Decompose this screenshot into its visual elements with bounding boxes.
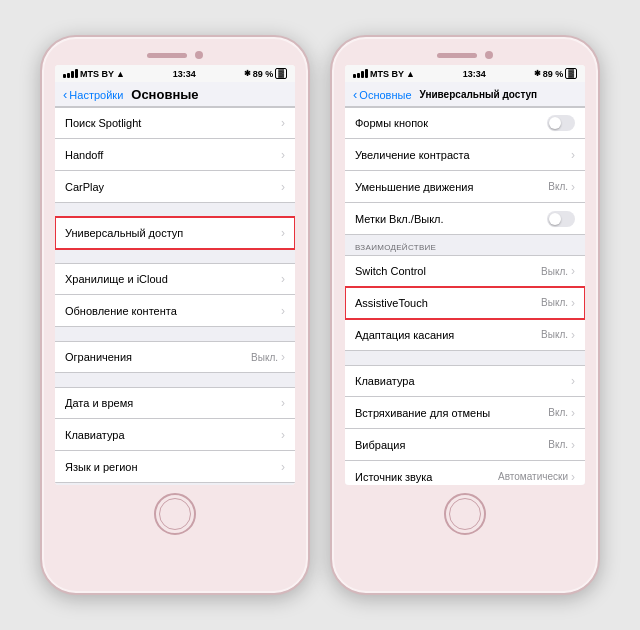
item-label-motion: Уменьшение движения — [355, 181, 473, 193]
item-right-button-shapes — [547, 115, 575, 131]
chevron-icon-switch-control: › — [571, 264, 575, 278]
carrier-label-2: MTS BY — [370, 69, 404, 79]
switch-control-value: Выкл. — [541, 266, 568, 277]
item-label-vibration: Вибрация — [355, 439, 405, 451]
chevron-icon-sound-source: › — [571, 470, 575, 484]
settings-item-limits[interactable]: Ограничения Выкл. › — [55, 341, 295, 373]
limits-value: Выкл. — [251, 352, 278, 363]
settings-item-labels[interactable]: Метки Вкл./Выкл. — [345, 203, 585, 235]
settings-group-1: Поиск Spotlight › Handoff › CarPlay — [55, 107, 295, 203]
nav-title-1: Основные — [131, 87, 198, 102]
wifi-icon-2: ▲ — [406, 69, 415, 79]
item-right-storage: › — [281, 272, 285, 286]
separator-2-1 — [345, 351, 585, 365]
settings-item-keyboard[interactable]: Клавиатура › — [55, 419, 295, 451]
toggle-knob-labels — [549, 213, 561, 225]
item-label-universal: Универсальный доступ — [65, 227, 183, 239]
settings-item-motion[interactable]: Уменьшение движения Вкл. › — [345, 171, 585, 203]
battery-icon-1: ▓ — [275, 68, 287, 79]
bluetooth-icon-2: ✱ — [534, 69, 541, 78]
item-label-handoff: Handoff — [65, 149, 103, 161]
back-button-1[interactable]: ‹ Настройки — [63, 87, 123, 102]
settings-group-5: Дата и время › Клавиатура › Язык и регио… — [55, 387, 295, 483]
settings-item-assistive-touch[interactable]: AssistiveTouch Выкл. › — [345, 287, 585, 319]
status-right-2: ✱ 89 % ▓ — [534, 68, 577, 79]
separator-1 — [55, 203, 295, 217]
toggle-button-shapes[interactable] — [547, 115, 575, 131]
nav-bar-1: ‹ Настройки Основные — [55, 82, 295, 107]
home-button-1[interactable] — [154, 493, 196, 535]
chevron-icon-keyboard: › — [281, 428, 285, 442]
item-label-language: Язык и регион — [65, 461, 138, 473]
item-label-keyboard: Клавиатура — [65, 429, 125, 441]
item-label-keyboard2: Клавиатура — [355, 375, 415, 387]
item-right-update: › — [281, 304, 285, 318]
settings-item-language[interactable]: Язык и регион › — [55, 451, 295, 483]
settings-item-button-shapes[interactable]: Формы кнопок — [345, 107, 585, 139]
back-arrow-icon-2: ‹ — [353, 87, 357, 102]
time-label-2: 13:34 — [463, 69, 486, 79]
signal-icon — [63, 69, 78, 78]
item-right-vibration: Вкл. › — [548, 438, 575, 452]
touch-adapt-value: Выкл. — [541, 329, 568, 340]
item-right-language: › — [281, 460, 285, 474]
camera-icon-2 — [485, 51, 493, 59]
signal-icon-2 — [353, 69, 368, 78]
settings-item-handoff[interactable]: Handoff › — [55, 139, 295, 171]
item-label-button-shapes: Формы кнопок — [355, 117, 428, 129]
item-right-carplay: › — [281, 180, 285, 194]
settings-group-2: Универсальный доступ › — [55, 217, 295, 249]
settings-item-update[interactable]: Обновление контента › — [55, 295, 295, 327]
item-label-assistive-touch: AssistiveTouch — [355, 297, 428, 309]
settings-item-switch-control[interactable]: Switch Control Выкл. › — [345, 255, 585, 287]
back-label-2: Основные — [359, 89, 411, 101]
settings-item-storage[interactable]: Хранилище и iCloud › — [55, 263, 295, 295]
item-label-switch-control: Switch Control — [355, 265, 426, 277]
item-right-touch-adapt: Выкл. › — [541, 328, 575, 342]
settings-item-vibration[interactable]: Вибрация Вкл. › — [345, 429, 585, 461]
settings-item-keyboard2[interactable]: Клавиатура › — [345, 365, 585, 397]
settings-item-spotlight[interactable]: Поиск Spotlight › — [55, 107, 295, 139]
settings-item-universal[interactable]: Универсальный доступ › — [55, 217, 295, 249]
speaker-icon-2 — [437, 53, 477, 58]
nav-bar-2: ‹ Основные Универсальный доступ — [345, 82, 585, 107]
item-label-datetime: Дата и время — [65, 397, 133, 409]
settings-item-shake-undo[interactable]: Встряхивание для отмены Вкл. › — [345, 397, 585, 429]
nav-title-2: Универсальный доступ — [420, 89, 538, 100]
chevron-icon-limits: › — [281, 350, 285, 364]
item-label-sound-source: Источник звука — [355, 471, 432, 483]
home-button-2[interactable] — [444, 493, 486, 535]
chevron-icon-assistive-touch: › — [571, 296, 575, 310]
item-right-motion: Вкл. › — [548, 180, 575, 194]
item-right-keyboard: › — [281, 428, 285, 442]
speaker-icon — [147, 53, 187, 58]
back-button-2[interactable]: ‹ Основные — [353, 87, 412, 102]
item-label-carplay: CarPlay — [65, 181, 104, 193]
settings-item-sound-source[interactable]: Источник звука Автоматически › — [345, 461, 585, 485]
separator-4 — [55, 373, 295, 387]
toggle-labels[interactable] — [547, 211, 575, 227]
settings-item-touch-adapt[interactable]: Адаптация касания Выкл. › — [345, 319, 585, 351]
item-label-storage: Хранилище и iCloud — [65, 273, 168, 285]
phone-1-top — [42, 47, 308, 65]
settings-group-4: Ограничения Выкл. › — [55, 341, 295, 373]
phone-2-screen: MTS BY ▲ 13:34 ✱ 89 % ▓ ‹ Основные Униве… — [345, 65, 585, 485]
settings-item-carplay[interactable]: CarPlay › — [55, 171, 295, 203]
settings-list-1: Поиск Spotlight › Handoff › CarPlay — [55, 107, 295, 485]
motion-value: Вкл. — [548, 181, 568, 192]
settings-item-contrast[interactable]: Увеличение контраста › — [345, 139, 585, 171]
item-right-switch-control: Выкл. › — [541, 264, 575, 278]
interaction-header: ВЗАИМОДЕЙСТВИЕ — [345, 235, 585, 255]
wifi-icon: ▲ — [116, 69, 125, 79]
settings-group-3: Хранилище и iCloud › Обновление контента… — [55, 263, 295, 327]
chevron-icon: › — [281, 116, 285, 130]
status-left-2: MTS BY ▲ — [353, 69, 415, 79]
status-bar-1: MTS BY ▲ 13:34 ✱ 89 % ▓ — [55, 65, 295, 82]
settings-item-datetime[interactable]: Дата и время › — [55, 387, 295, 419]
separator-2 — [55, 249, 295, 263]
chevron-icon-update: › — [281, 304, 285, 318]
item-label-touch-adapt: Адаптация касания — [355, 329, 454, 341]
home-button-inner-2 — [449, 498, 481, 530]
phone-2-top — [332, 47, 598, 65]
settings-group-2-2: Switch Control Выкл. › AssistiveTouch Вы… — [345, 255, 585, 351]
